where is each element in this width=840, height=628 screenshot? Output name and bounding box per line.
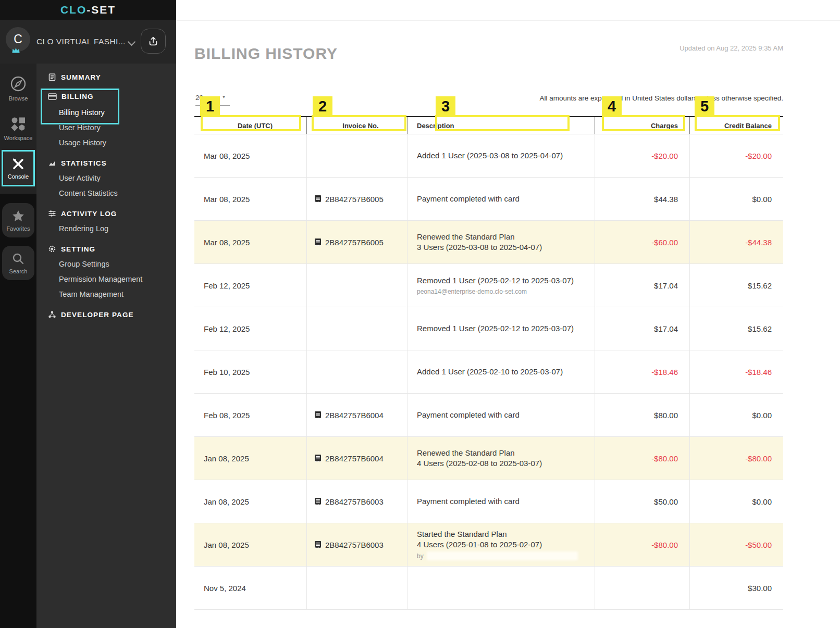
clo-set-logo: CLO-SET [60,4,116,16]
date-cell: Mar 08, 2025 [194,221,306,263]
table-row: Mar 08, 20252B842757B6005Payment complet… [194,178,783,221]
description-cell: Renewed the Standard Plan3 Users (2025-0… [407,221,595,263]
callout-1: 1 [200,96,220,116]
invoice-cell [306,134,407,177]
description-cell: Removed 1 User (2025-02-12 to 2025-03-07… [407,264,595,307]
description-text: Started the Standard Plan [417,529,507,539]
menu-statistics[interactable]: STATISTICS [48,159,107,167]
invoice-number[interactable]: 2B842757B6005 [325,195,384,204]
credit-balance-cell: -$80.00 [689,437,783,480]
menu-billing[interactable]: BILLING [48,93,94,101]
workspace-selector[interactable]: CLO VIRTUAL FASHI... [36,20,126,64]
menu-developer-page-label: DEVELOPER PAGE [61,311,134,319]
menu-summary[interactable]: SUMMARY [48,73,101,81]
receipt-icon[interactable] [314,411,322,419]
charges-cell [595,567,689,609]
invoice-cell: 2B842757B6004 [306,394,407,436]
rail-label-browse: Browse [9,95,28,102]
description-cell [407,567,595,609]
date-cell: Jan 08, 2025 [194,523,306,566]
menu-team-management[interactable]: Team Management [59,290,123,298]
menu-billing-history-label: Billing History [59,108,105,117]
summary-icon [48,73,56,81]
receipt-icon[interactable] [314,195,322,203]
billing-table: Date (UTC)Invoice No.DescriptionChargesC… [194,116,783,610]
receipt-icon[interactable] [314,238,322,246]
receipt-icon[interactable] [314,541,322,549]
charges-cell: -$20.00 [595,134,689,177]
date-cell: Feb 08, 2025 [194,394,306,436]
menu-content-statistics[interactable]: Content Statistics [59,189,118,197]
table-row: Jan 08, 20252B842757B6003Started the Sta… [194,523,783,567]
table-body: Mar 08, 2025Added 1 User (2025-03-08 to … [194,134,783,610]
menu-group-settings[interactable]: Group Settings [59,260,109,268]
callout-5: 5 [695,96,714,116]
menu-permission-management[interactable]: Permission Management [59,275,142,283]
menu-group-settings-label: Group Settings [59,260,109,268]
description-cell: Renewed the Standard Plan4 Users (2025-0… [407,437,595,480]
invoice-cell [306,307,407,350]
date-cell: Mar 08, 2025 [194,134,306,177]
invoice-cell [306,350,407,393]
chevron-down-icon[interactable] [128,38,136,46]
menu-user-activity[interactable]: User Activity [59,174,101,182]
rail-label-favorites: Favorites [6,225,30,232]
receipt-icon[interactable] [314,454,322,462]
description-cell: Added 1 User (2025-03-08 to 2025-04-07) [407,134,595,177]
credit-balance-cell: $0.00 [689,480,783,523]
callout-box-credit-balance [695,115,780,131]
credit-balance-cell: $15.62 [689,307,783,350]
charges-cell: $17.04 [595,307,689,350]
menu-statistics-label: STATISTICS [61,159,107,167]
menu-activity-log-label: ACTIVITY LOG [61,210,117,218]
invoice-cell [306,264,407,307]
invoice-number[interactable]: 2B842757B6003 [325,497,384,506]
credit-balance-cell: -$44.38 [689,221,783,263]
menu-user-history[interactable]: User History [59,123,101,132]
rail-item-favorites[interactable]: Favorites [2,203,34,237]
gear-icon [48,245,56,253]
rail-item-console[interactable]: Console [2,150,35,186]
workspace-shapes-icon [10,116,27,132]
invoice-number[interactable]: 2B842757B6003 [325,541,384,549]
upload-button[interactable] [141,29,166,54]
rail-item-browse[interactable]: Browse [0,75,36,102]
description-cell: Started the Standard Plan4 Users (2025-0… [407,523,595,566]
rail-item-search[interactable]: Search [2,246,34,280]
menu-usage-history[interactable]: Usage History [59,139,106,147]
invoice-number[interactable]: 2B842757B6004 [325,411,384,420]
description-text: Added 1 User (2025-03-08 to 2025-04-07) [417,150,563,161]
charges-cell: $44.38 [595,178,689,220]
description-text: 3 Users (2025-03-08 to 2025-04-07) [417,242,542,253]
table-row: Feb 12, 2025Removed 1 User (2025-02-12 t… [194,307,783,350]
rail-item-workspace[interactable]: Workspace [0,116,36,141]
invoice-cell: 2B842757B6005 [306,178,407,220]
charges-cell: $50.00 [595,480,689,523]
menu-content-statistics-label: Content Statistics [59,189,118,197]
menu-activity-log[interactable]: ACTIVITY LOG [48,209,117,218]
console-tools-icon [11,157,26,171]
invoice-number[interactable]: 2B842757B6005 [325,238,384,247]
menu-billing-history[interactable]: Billing History [59,108,105,117]
rail-label-workspace: Workspace [4,135,33,141]
menu-rendering-log[interactable]: Rendering Log [59,224,108,233]
table-row: Jan 08, 20252B842757B6004Renewed the Sta… [194,437,783,480]
logo-set: -SET [87,4,116,16]
menu-setting[interactable]: SETTING [48,245,95,253]
page-title: BILLING HISTORY [194,45,338,62]
console-menu: SUMMARY BILLING Billing History User His… [36,64,176,628]
callout-4: 4 [602,96,622,116]
table-row: Feb 08, 20252B842757B6004Payment complet… [194,394,783,437]
workspace-name: CLO VIRTUAL FASHI... [36,37,126,46]
invoice-number[interactable]: 2B842757B6004 [325,454,384,463]
updated-timestamp: Updated on Aug 22, 2025 9:35 AM [680,44,783,52]
table-row: Mar 08, 2025Added 1 User (2025-03-08 to … [194,134,783,178]
menu-developer-page[interactable]: DEVELOPER PAGE [48,310,134,319]
description-subtext: peona14@enterprise-demo.clo-set.com [417,288,527,295]
credit-balance-cell: -$50.00 [689,523,783,566]
receipt-icon[interactable] [314,497,322,506]
menu-rendering-log-label: Rendering Log [59,224,108,233]
callout-3: 3 [436,96,455,116]
date-cell: Jan 08, 2025 [194,480,306,523]
description-cell: Payment completed with card [407,394,595,436]
